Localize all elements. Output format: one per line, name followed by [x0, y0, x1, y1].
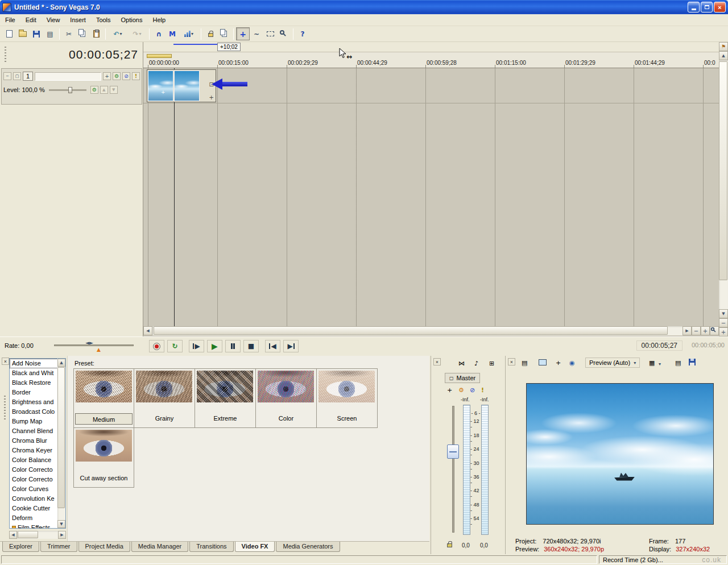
maximize-track-button[interactable]: ▢ — [13, 72, 21, 80]
titlebar[interactable]: Untitled * - Sony Vegas 7.0 × — [0, 0, 728, 14]
close-button[interactable]: × — [714, 2, 726, 13]
fx-list-item[interactable]: Bump Map — [10, 417, 58, 426]
tab-project-media[interactable]: Project Media — [78, 542, 130, 552]
preset-screen[interactable]: Screen — [317, 368, 378, 428]
menu-tools[interactable]: Tools — [91, 15, 116, 25]
fx-list-item[interactable]: Broadcast Colo — [10, 407, 58, 417]
tab-video-fx[interactable]: Video FX — [235, 542, 275, 552]
close-mixer-button[interactable]: × — [433, 358, 441, 365]
bus-fx-gear-icon[interactable]: ⚙ — [458, 387, 464, 394]
quantize-to-frames-button[interactable]: M — [166, 27, 179, 40]
project-properties-icon[interactable]: ▤ — [522, 359, 527, 367]
pane-grip[interactable] — [5, 47, 6, 63]
scroll-up-button[interactable]: ▲ — [57, 359, 65, 367]
edit-cursor[interactable] — [174, 68, 175, 326]
fx-list-item[interactable]: Black Restore — [10, 378, 58, 388]
close-fx-panel-button[interactable]: × — [2, 358, 9, 365]
new-project-button[interactable] — [2, 27, 16, 40]
scroll-track[interactable] — [57, 367, 65, 520]
tab-media-generators[interactable]: Media Generators — [276, 542, 340, 552]
go-to-end-button[interactable]: ▶ — [283, 340, 299, 352]
zoom-tool-button[interactable] — [710, 326, 719, 335]
zoom-in-tracks-button[interactable]: + — [719, 327, 728, 336]
menu-view[interactable]: View — [42, 15, 65, 25]
dim-output-icon[interactable]: ♪ — [474, 360, 478, 367]
fx-list-item[interactable]: Chroma Blur — [10, 436, 58, 446]
fx-list-item[interactable]: Color Curves — [10, 484, 58, 494]
mute-icon[interactable]: ⊘ — [470, 387, 475, 394]
rate-slider[interactable] — [54, 344, 134, 346]
save-snapshot-icon[interactable] — [689, 359, 696, 365]
zoom-in-time-button[interactable]: + — [701, 326, 710, 335]
solo-track-button[interactable]: ! — [132, 72, 140, 80]
menu-edit[interactable]: Edit — [20, 15, 42, 25]
lock-envelopes-button[interactable] — [204, 27, 217, 40]
scroll-right-button[interactable]: ▶ — [58, 531, 66, 539]
scroll-down-button[interactable]: ▼ — [719, 309, 728, 318]
selection-edit-tool-button[interactable] — [263, 27, 277, 40]
video-output-fx-icon[interactable]: + — [556, 359, 561, 367]
track-fx-button[interactable]: ⚙ — [113, 72, 121, 80]
rate-slider-thumb[interactable]: ◄► — [85, 340, 93, 346]
fx-list-item[interactable]: Add Noise — [10, 359, 58, 368]
preset-grainy[interactable]: Grainy — [134, 368, 195, 428]
open-button[interactable] — [16, 27, 30, 40]
scroll-down-button[interactable]: ▼ — [57, 520, 65, 528]
move-track-up-button[interactable]: ▲ — [100, 86, 108, 94]
properties-button[interactable]: ▤ — [43, 27, 57, 40]
paste-button[interactable] — [89, 27, 103, 40]
track-name-scribble[interactable] — [35, 72, 101, 81]
timeline-horizontal-scrollbar[interactable]: ◀ ▶ − + — [143, 326, 719, 335]
vscroll-track[interactable] — [719, 60, 728, 309]
ignore-event-grouping-button[interactable] — [217, 27, 231, 40]
fx-list-item[interactable]: Deform — [10, 513, 58, 523]
panel-grip[interactable] — [4, 396, 6, 421]
timeline-vertical-scrollbar[interactable]: ⚑ ▲ ▼ − + — [719, 42, 728, 336]
master-bus-chip[interactable]: ▢ Master — [445, 373, 480, 383]
preview-quality-dropdown[interactable]: Preview (Auto) ▾ — [585, 358, 640, 368]
normal-edit-tool-button[interactable]: + — [236, 27, 250, 40]
tab-media-manager[interactable]: Media Manager — [131, 542, 188, 552]
stop-button[interactable]: ■ — [243, 340, 259, 352]
timeline-time-display[interactable]: 00:00:05;27 — [69, 48, 138, 61]
preset-cut-away-section[interactable]: Cut away section — [73, 428, 134, 488]
copy-button[interactable] — [76, 27, 89, 40]
close-preview-button[interactable]: × — [508, 358, 515, 365]
master-fader-track[interactable] — [452, 406, 454, 533]
scroll-left-button[interactable]: ◀ — [9, 531, 17, 539]
video-event-clip[interactable]: + ⊡ + — [147, 69, 216, 102]
timeline-pane[interactable]: +10;02 00:00:00:00 00:00:15:00 00:00:29;… — [143, 42, 719, 336]
envelope-edit-tool-button[interactable]: ~ — [250, 27, 263, 40]
zoom-edit-tool-button[interactable] — [277, 27, 291, 40]
whats-this-help-button[interactable]: ? — [296, 27, 309, 40]
tab-explorer[interactable]: Explorer — [2, 542, 39, 552]
marker-bar[interactable]: +10;02 — [143, 42, 719, 52]
auto-ripple-button[interactable]: ▾ — [179, 27, 198, 40]
fx-list-item[interactable]: Brightness and — [10, 397, 58, 407]
menu-file[interactable]: File — [0, 15, 20, 25]
save-button[interactable] — [30, 27, 43, 40]
minimize-button[interactable] — [688, 2, 700, 13]
restore-button[interactable] — [701, 2, 713, 13]
fx-list-item[interactable]: Convolution Ke — [10, 494, 58, 504]
cut-button[interactable]: ✂ — [62, 27, 76, 40]
fx-list-item[interactable]: Channel Blend — [10, 426, 58, 436]
preset-extreme[interactable]: Extreme — [195, 368, 256, 428]
transport-time-display[interactable]: 00:00:05;27 — [636, 340, 682, 351]
hscroll-track[interactable] — [152, 326, 682, 335]
zoom-out-tracks-button[interactable]: − — [719, 318, 728, 327]
fx-list-item[interactable]: Film Effects — [10, 523, 58, 529]
loop-playback-button[interactable]: ↻ — [167, 340, 183, 352]
preset-medium[interactable]: Medium — [73, 368, 134, 428]
solo-icon[interactable]: ! — [481, 387, 484, 394]
track-level-slider[interactable] — [49, 89, 86, 91]
menu-insert[interactable]: Insert — [65, 15, 91, 25]
fx-list-item[interactable]: Color Balance — [10, 455, 58, 465]
fx-list-item[interactable]: Chroma Keyer — [10, 446, 58, 455]
loop-region-bar[interactable] — [173, 44, 222, 45]
enable-snapping-button[interactable]: ∩ — [152, 27, 166, 40]
scroll-thumb[interactable] — [18, 531, 38, 538]
zoom-out-time-button[interactable]: − — [692, 326, 701, 335]
insert-bus-icon[interactable]: ⊞ — [489, 360, 494, 367]
play-from-start-button[interactable]: ▶ — [189, 340, 204, 352]
